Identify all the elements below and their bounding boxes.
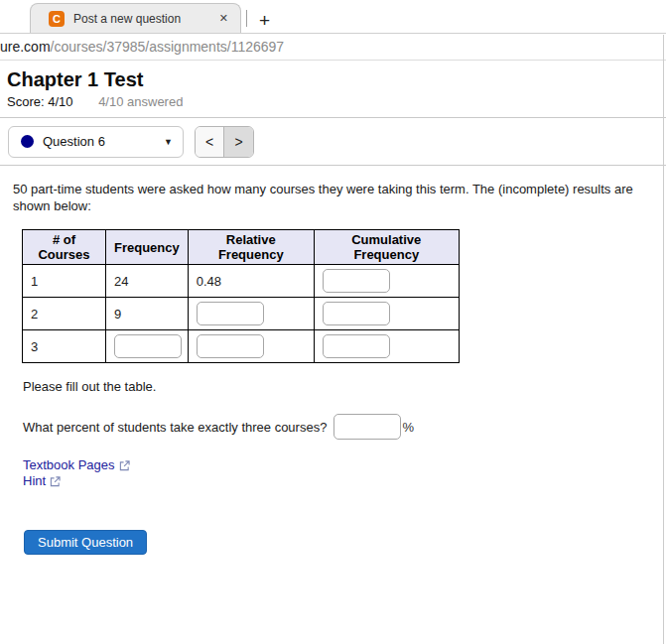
answered-label: 4/10 answered [98, 94, 183, 109]
tab-close-icon[interactable]: ✕ [215, 10, 232, 27]
percent-input[interactable] [333, 414, 401, 440]
header-frequency: Frequency [106, 230, 189, 265]
browser-tab-bar: C Post a new question ✕ + [0, 0, 666, 34]
header-courses: # of Courses [23, 230, 106, 265]
cell-frequency-1: 24 [106, 265, 189, 298]
cell-relative-3 [188, 330, 314, 363]
answered-dot-icon [21, 135, 34, 148]
tab-title: Post a new question [73, 12, 215, 26]
hint-link-label: Hint [23, 473, 46, 489]
textbook-pages-link[interactable]: Textbook Pages [23, 457, 130, 473]
relative-frequency-input-row3[interactable] [197, 334, 264, 358]
score-row: Score: 4/10 4/10 answered [7, 94, 666, 109]
question-pager: < > [195, 126, 254, 158]
window-right-border [663, 35, 664, 644]
resource-links: Textbook Pages Hint [23, 457, 646, 489]
textbook-pages-link-label: Textbook Pages [23, 457, 115, 473]
next-question-button[interactable]: > [224, 127, 253, 157]
new-tab-button[interactable]: + [253, 11, 276, 30]
header-cumulative-frequency: Cumulative Frequency [314, 230, 459, 265]
relative-frequency-input-row2[interactable] [197, 302, 264, 325]
percent-question-text: What percent of students take exactly th… [23, 420, 327, 435]
question-prompt: 50 part-time students were asked how man… [13, 181, 650, 214]
chevron-down-icon: ▼ [164, 137, 173, 147]
question-body: 50 part-time students were asked how man… [0, 166, 666, 555]
table-header-row: # of Courses Frequency Relative Frequenc… [23, 230, 460, 265]
frequency-input-row3[interactable] [114, 334, 182, 358]
url-bar[interactable]: ure.com/courses/37985/assignments/112669… [0, 34, 666, 61]
cell-courses-2: 2 [23, 298, 106, 330]
cumulative-frequency-input-row1[interactable] [323, 269, 390, 293]
site-favicon-icon: C [49, 11, 65, 27]
score-label: Score: 4/10 [7, 94, 73, 109]
percent-suffix: % [402, 420, 414, 435]
page-header: Chapter 1 Test Score: 4/10 4/10 answered [0, 61, 666, 118]
question-controls: Question 6 ▼ < > [0, 118, 666, 166]
question-selector-dropdown[interactable]: Question 6 ▼ [8, 126, 184, 158]
table-row: 3 [23, 330, 460, 363]
cell-relative-2 [188, 298, 314, 330]
frequency-table: # of Courses Frequency Relative Frequenc… [22, 229, 460, 363]
percent-question-row: What percent of students take exactly th… [23, 414, 646, 440]
cell-relative-1: 0.48 [188, 265, 314, 298]
cell-cumulative-2 [314, 298, 459, 330]
cumulative-frequency-input-row2[interactable] [323, 302, 390, 325]
cell-cumulative-3 [314, 330, 459, 363]
page-title: Chapter 1 Test [7, 67, 666, 91]
tab-separator [246, 10, 247, 27]
question-selector-value: Question 6 [43, 134, 164, 149]
cell-frequency-3 [106, 330, 189, 363]
url-path: /courses/37985/assignments/1126697 [51, 39, 285, 55]
cell-courses-1: 1 [23, 265, 106, 298]
cell-courses-3: 3 [23, 330, 106, 363]
browser-tab[interactable]: C Post a new question ✕ [30, 3, 241, 33]
fill-table-instruction: Please fill out the table. [23, 379, 646, 394]
previous-question-button[interactable]: < [196, 127, 224, 157]
cell-cumulative-1 [314, 265, 459, 298]
header-relative-frequency: Relative Frequency [188, 230, 314, 265]
table-row: 2 9 [23, 298, 460, 330]
cell-frequency-2: 9 [106, 298, 189, 330]
external-link-icon [119, 460, 130, 471]
submit-question-button[interactable]: Submit Question [24, 530, 147, 555]
hint-link[interactable]: Hint [23, 473, 61, 489]
cumulative-frequency-input-row3[interactable] [323, 334, 390, 358]
table-row: 1 24 0.48 [23, 265, 460, 298]
url-host: ure.com [0, 39, 51, 55]
external-link-icon [50, 476, 61, 487]
